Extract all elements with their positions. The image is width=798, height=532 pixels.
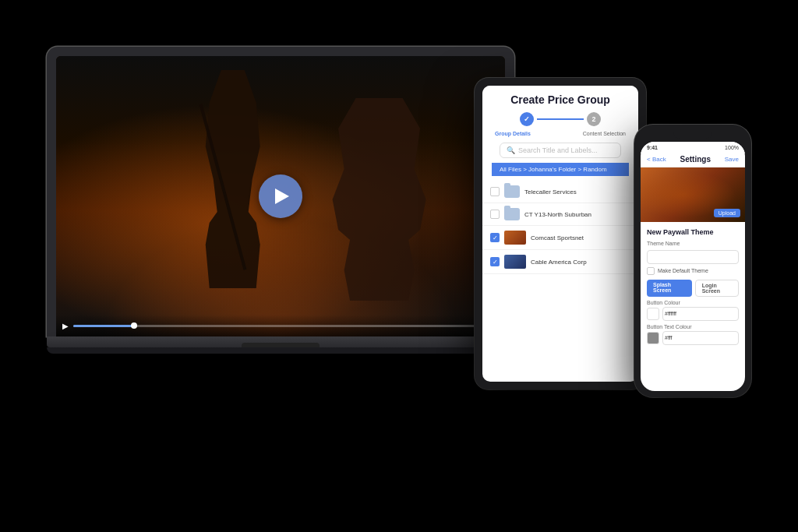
phone-nav-title: Settings bbox=[680, 155, 711, 164]
tablet-list: Telecaller Services CT Y13-North Suburba… bbox=[482, 181, 638, 274]
laptop-screen: ▶ 0:06 bbox=[56, 56, 505, 336]
list-item[interactable]: ✓ Cable America Corp bbox=[482, 250, 638, 274]
laptop-screen-outer: ▶ 0:06 bbox=[47, 47, 514, 336]
phone-back-button[interactable]: < Back bbox=[647, 156, 666, 163]
tablet-screen: Create Price Group ✓ 2 Group Details Con… bbox=[482, 86, 638, 382]
folder-icon bbox=[504, 208, 520, 220]
checkbox-3[interactable]: ✓ bbox=[490, 257, 500, 266]
progress-fill bbox=[73, 325, 134, 327]
phone-battery: 100% bbox=[725, 145, 739, 150]
theme-name-input[interactable] bbox=[647, 250, 739, 264]
button-text-color-label: Button Text Colour bbox=[647, 324, 739, 329]
splash-screen-button[interactable]: Splash Screen bbox=[647, 280, 692, 297]
play-button[interactable] bbox=[259, 174, 302, 218]
button-text-color-input[interactable] bbox=[662, 331, 739, 345]
phone-notch bbox=[673, 131, 712, 139]
folder-icon bbox=[504, 185, 520, 198]
button-color-swatch[interactable] bbox=[647, 308, 659, 320]
item-name-3: Cable America Corp bbox=[531, 259, 630, 266]
default-theme-label: Make Default Theme bbox=[658, 268, 708, 273]
laptop-video: ▶ 0:06 bbox=[56, 56, 505, 336]
list-item[interactable]: CT Y13-North Suburban bbox=[482, 203, 638, 226]
phone-save-button[interactable]: Save bbox=[725, 156, 739, 163]
button-color-label: Button Colour bbox=[647, 300, 739, 305]
laptop: ▶ 0:06 bbox=[47, 47, 514, 354]
laptop-base bbox=[47, 336, 514, 347]
phone-screen: 9:41 100% < Back Settings Save Upload Ne… bbox=[641, 142, 745, 391]
tablet-title: Create Price Group bbox=[492, 93, 629, 106]
item-name-1: CT Y13-North Suburban bbox=[524, 211, 630, 218]
step-1-circle: ✓ bbox=[520, 112, 534, 126]
default-theme-row: Make Default Theme bbox=[647, 267, 739, 275]
default-theme-checkbox[interactable] bbox=[647, 267, 655, 275]
button-text-color-row bbox=[647, 331, 739, 345]
checkbox-2[interactable]: ✓ bbox=[490, 233, 500, 242]
step-2-number: 2 bbox=[591, 115, 595, 123]
breadcrumb-text: All Files > Johanna's Folder > Random bbox=[500, 166, 607, 173]
item-name-2: Comcast Sportsnet bbox=[531, 234, 630, 241]
tablet-search[interactable]: 🔍 Search Title and Labels... bbox=[500, 143, 621, 158]
phone-status-bar: 9:41 100% bbox=[641, 142, 745, 153]
step-2-circle: 2 bbox=[587, 112, 601, 126]
laptop-foot bbox=[47, 347, 514, 354]
phone: 9:41 100% < Back Settings Save Upload Ne… bbox=[634, 125, 751, 397]
laptop-notch bbox=[242, 343, 320, 347]
button-text-color-swatch[interactable] bbox=[647, 332, 659, 344]
search-icon: 🔍 bbox=[507, 146, 515, 154]
checkbox-0[interactable] bbox=[490, 187, 500, 196]
scene: ▶ 0:06 Create Price Group bbox=[0, 0, 798, 532]
stepper: ✓ 2 bbox=[492, 112, 629, 126]
theme-name-label: Theme Name bbox=[647, 241, 739, 246]
tablet-header: Create Price Group ✓ 2 Group Details Con… bbox=[482, 86, 638, 181]
login-screen-button[interactable]: Login Screen bbox=[695, 280, 739, 297]
button-color-row bbox=[647, 307, 739, 321]
phone-upload-button[interactable]: Upload bbox=[714, 209, 740, 217]
phone-video-preview: Upload bbox=[641, 167, 745, 222]
volume-icon[interactable]: ▶ bbox=[62, 322, 69, 330]
phone-form-section: New Paywall Theme Theme Name Make Defaul… bbox=[641, 222, 745, 351]
list-item[interactable]: ✓ Comcast Sportsnet bbox=[482, 226, 638, 250]
stepper-labels: Group Details Content Selection bbox=[492, 131, 629, 136]
step-1-label: Group Details bbox=[495, 131, 531, 136]
screen-toggle-row: Splash Screen Login Screen bbox=[647, 280, 739, 297]
video-controls: ▶ 0:06 bbox=[56, 315, 505, 336]
play-icon bbox=[275, 188, 289, 204]
step-1-number: ✓ bbox=[524, 115, 530, 123]
breadcrumb-bar: All Files > Johanna's Folder > Random bbox=[492, 163, 629, 176]
step-2-label: Content Selection bbox=[583, 131, 626, 136]
video-thumb-2 bbox=[504, 231, 526, 245]
progress-dot bbox=[131, 322, 137, 329]
list-item[interactable]: Telecaller Services bbox=[482, 181, 638, 203]
progress-bar[interactable] bbox=[73, 325, 480, 327]
item-name-0: Telecaller Services bbox=[524, 188, 630, 196]
checkbox-1[interactable] bbox=[490, 210, 500, 219]
button-color-input[interactable] bbox=[662, 307, 739, 321]
phone-nav: < Back Settings Save bbox=[641, 153, 745, 167]
tablet: Create Price Group ✓ 2 Group Details Con… bbox=[475, 78, 646, 389]
phone-section-title: New Paywall Theme bbox=[647, 228, 739, 236]
step-line bbox=[537, 118, 584, 120]
phone-time: 9:41 bbox=[647, 145, 658, 150]
search-placeholder: Search Title and Labels... bbox=[518, 146, 598, 154]
video-thumb-3 bbox=[504, 255, 526, 269]
